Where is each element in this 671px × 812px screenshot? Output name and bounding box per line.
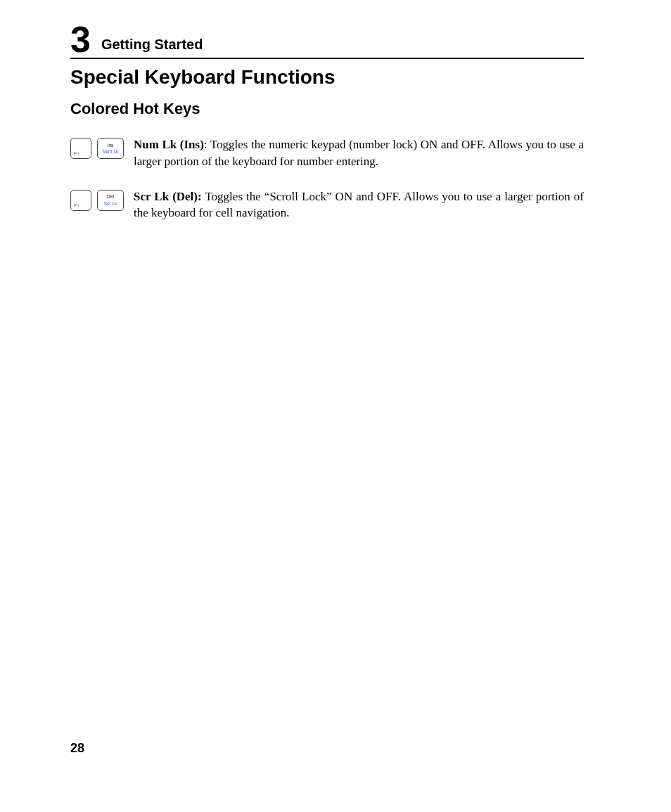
separator: :	[204, 138, 210, 151]
hotkey-description: Num Lk (Ins): Toggles the numeric keypad…	[134, 136, 584, 170]
fn-key-label: Fn	[74, 203, 79, 208]
chapter-title: Getting Started	[101, 37, 203, 53]
key-top-label: Ins	[108, 143, 114, 148]
fn-key-label: Fn	[74, 151, 79, 156]
ins-key-icon: Ins Num Lk	[97, 138, 124, 159]
del-key-icon: Del Scr Lk	[97, 190, 124, 211]
key-bottom-label: Num Lk	[103, 149, 118, 154]
key-top-label: Del	[107, 194, 114, 199]
key-combo: Fn Ins Num Lk	[70, 136, 134, 159]
fn-key-icon: Fn	[70, 138, 91, 159]
section-heading: Special Keyboard Functions	[70, 66, 584, 89]
fn-key-icon: Fn	[70, 190, 91, 211]
hotkey-name: Num Lk (Ins)	[134, 138, 204, 151]
page-number: 28	[70, 741, 84, 756]
page-content: 3 Getting Started Special Keyboard Funct…	[70, 21, 584, 240]
key-combo: Fn Del Scr Lk	[70, 188, 134, 211]
subsection-heading: Colored Hot Keys	[70, 100, 584, 118]
chapter-number: 3	[70, 21, 90, 58]
hotkey-description: Scr Lk (Del): Toggles the “Scroll Lock” …	[134, 188, 584, 222]
chapter-header: 3 Getting Started	[70, 21, 584, 59]
hotkey-name: Scr Lk (Del):	[134, 190, 202, 203]
hotkey-entry: Fn Ins Num Lk Num Lk (Ins): Toggles the …	[70, 136, 584, 170]
hotkey-entry: Fn Del Scr Lk Scr Lk (Del): Toggles the …	[70, 188, 584, 222]
key-bottom-label: Scr Lk	[104, 201, 117, 206]
